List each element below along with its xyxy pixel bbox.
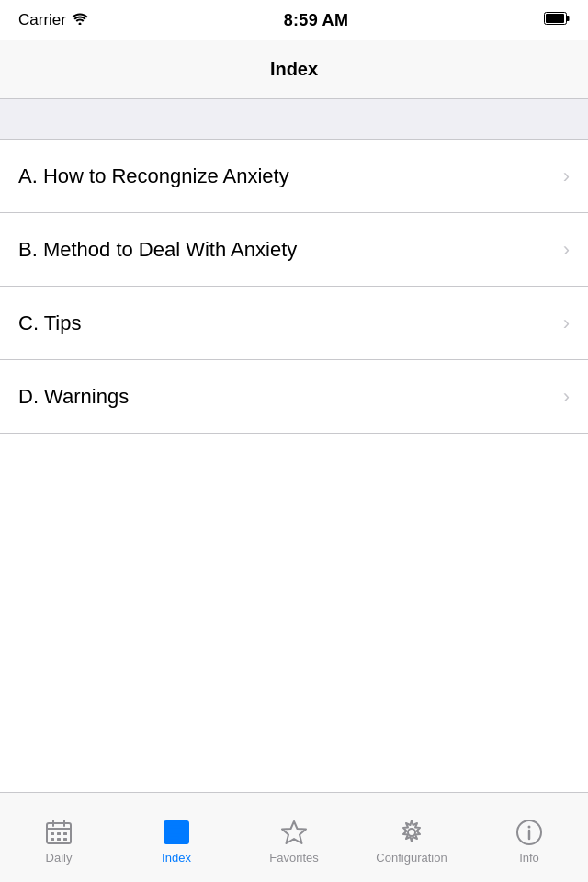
list-item-label-d: D. Warnings	[18, 385, 129, 409]
svg-point-21	[528, 825, 531, 828]
wifi-icon	[72, 11, 88, 29]
favorites-icon	[280, 819, 308, 846]
segment-bar	[0, 99, 588, 140]
index-icon	[163, 819, 190, 846]
battery-icon	[544, 11, 570, 29]
tab-info-label: Info	[519, 851, 539, 865]
list-item-label-b: B. Method to Deal With Anxiety	[18, 238, 297, 262]
tab-favorites[interactable]: Favorites	[235, 793, 353, 882]
svg-rect-10	[63, 832, 67, 835]
info-icon	[515, 819, 543, 846]
list-item-d[interactable]: D. Warnings ›	[0, 360, 588, 434]
tab-index[interactable]: Index	[118, 793, 235, 882]
status-time: 8:59 AM	[284, 11, 348, 30]
page-title: Index	[270, 59, 318, 80]
svg-rect-8	[51, 832, 54, 835]
svg-rect-3	[546, 14, 564, 23]
battery-area	[544, 11, 570, 29]
chevron-icon-d: ›	[563, 385, 570, 409]
chevron-icon-a: ›	[563, 164, 570, 188]
svg-point-0	[78, 23, 81, 26]
tab-daily[interactable]: Daily	[0, 793, 118, 882]
daily-icon	[45, 819, 73, 846]
svg-rect-13	[63, 838, 67, 841]
nav-bar: Index	[0, 40, 588, 99]
list-item-a[interactable]: A. How to Recongnize Anxiety ›	[0, 140, 588, 213]
tab-configuration[interactable]: Configuration	[353, 793, 470, 882]
tab-info[interactable]: Info	[470, 793, 588, 882]
status-bar: Carrier 8:59 AM	[0, 0, 588, 40]
list-item-c[interactable]: C. Tips ›	[0, 287, 588, 360]
svg-rect-12	[57, 838, 61, 841]
svg-rect-2	[567, 16, 570, 21]
tab-configuration-label: Configuration	[376, 851, 447, 865]
svg-rect-9	[57, 832, 61, 835]
svg-marker-18	[282, 821, 306, 843]
tab-favorites-label: Favorites	[269, 851, 318, 865]
tab-bar: Daily Index Favorites C	[0, 792, 588, 882]
list-item-b[interactable]: B. Method to Deal With Anxiety ›	[0, 213, 588, 287]
index-list: A. How to Recongnize Anxiety › B. Method…	[0, 140, 588, 434]
svg-point-19	[408, 829, 415, 836]
chevron-icon-b: ›	[563, 238, 570, 262]
list-item-label-c: C. Tips	[18, 311, 81, 335]
chevron-icon-c: ›	[563, 311, 570, 335]
tab-index-label: Index	[162, 851, 191, 865]
configuration-icon	[398, 819, 425, 846]
tab-daily-label: Daily	[46, 851, 73, 865]
carrier-label: Carrier	[18, 11, 66, 29]
list-item-label-a: A. How to Recongnize Anxiety	[18, 164, 289, 188]
svg-rect-11	[51, 838, 54, 841]
carrier-info: Carrier	[18, 11, 88, 29]
